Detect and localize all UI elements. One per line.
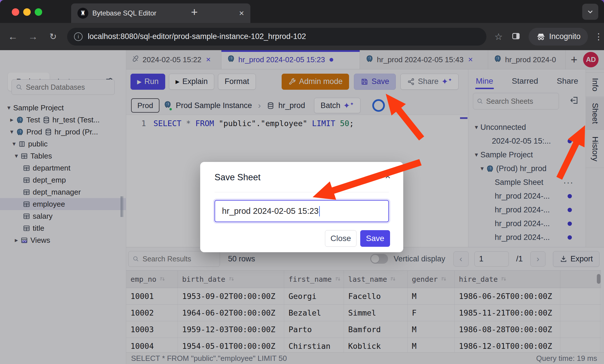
tree-item[interactable]: salary xyxy=(0,210,126,222)
browser-tab[interactable]: ♜ Bytebase SQL Editor × xyxy=(71,3,250,23)
sheet-list-item[interactable]: Sample Sheet··· xyxy=(468,175,586,189)
explain-button[interactable]: ▶ Explain xyxy=(169,74,214,90)
sheet-list-item[interactable]: hr_prod 2024-... xyxy=(468,217,586,230)
sidebar-resize-handle[interactable] xyxy=(121,196,124,217)
vertical-display-toggle[interactable] xyxy=(370,254,388,264)
database-search-input[interactable] xyxy=(25,83,110,92)
side-panel-icon[interactable] xyxy=(511,32,521,42)
caret-down-icon[interactable]: ▾ xyxy=(472,151,480,158)
caret-right-icon[interactable]: ▸ xyxy=(12,236,21,244)
sort-icon[interactable] xyxy=(159,276,166,283)
ai-assistant-icon[interactable] xyxy=(372,99,385,112)
caret-down-icon[interactable]: ▾ xyxy=(5,104,13,111)
editor-tab-close-icon[interactable]: × xyxy=(206,55,211,64)
browser-tab-close-icon[interactable]: × xyxy=(239,9,244,17)
column-header[interactable]: emp_no xyxy=(126,271,178,288)
environment-chip[interactable]: Prod xyxy=(131,98,159,113)
window-minimize-button[interactable] xyxy=(23,8,31,16)
tree-item[interactable]: dept_emp xyxy=(0,174,126,186)
reload-button[interactable]: ↻ xyxy=(45,32,61,42)
admin-mode-button[interactable]: Admin mode xyxy=(282,74,349,90)
more-actions-icon[interactable]: ··· xyxy=(563,177,574,187)
sheet-list-item[interactable]: ▾Unconnected xyxy=(468,120,586,134)
tree-item[interactable]: title xyxy=(0,222,126,234)
sheet-tab-starred[interactable]: Starred xyxy=(512,77,538,86)
sheet-list-item[interactable]: hr_prod 2024-... xyxy=(468,189,586,203)
format-button[interactable]: Format xyxy=(218,74,256,90)
save-button[interactable]: Save xyxy=(354,74,396,90)
forward-button[interactable]: → xyxy=(25,31,41,42)
side-tab-info[interactable]: Info xyxy=(586,73,604,97)
results-search-box[interactable] xyxy=(128,251,220,267)
editor-tab[interactable]: hr_prod 2024-02-05 15:43× xyxy=(360,50,488,69)
dialog-close-button[interactable]: Close xyxy=(325,230,356,247)
editor-tab[interactable]: hr_prod 2024-02-05 15:23 xyxy=(221,50,360,69)
caret-down-icon[interactable]: ▾ xyxy=(472,124,480,131)
window-maximize-button[interactable] xyxy=(35,8,42,16)
dialog-close-icon[interactable]: × xyxy=(385,171,391,182)
browser-menu-icon[interactable]: ⋮ xyxy=(594,32,603,42)
side-tab-sheet[interactable]: Sheet xyxy=(586,97,604,130)
column-header[interactable]: gender xyxy=(408,271,455,288)
results-search-input[interactable] xyxy=(142,255,216,263)
share-button[interactable]: Share ✦✦ xyxy=(400,74,459,90)
sheet-list-item[interactable]: ▾(Prod) hr_prod xyxy=(468,162,586,175)
back-button[interactable]: ← xyxy=(5,31,21,42)
tab-search-button[interactable] xyxy=(582,4,598,20)
dialog-save-button[interactable]: Save xyxy=(360,230,390,247)
site-info-icon[interactable]: i xyxy=(74,32,83,41)
caret-down-icon[interactable]: ▾ xyxy=(7,128,16,136)
caret-right-icon[interactable]: ▸ xyxy=(7,116,16,124)
sort-icon[interactable] xyxy=(228,276,235,283)
tree-item[interactable]: ▾Tables xyxy=(0,150,126,162)
sheet-list-item[interactable]: 2024-02-05 15:... xyxy=(468,134,586,148)
address-bar[interactable]: i localhost:8080/sql-editor/prod-sample-… xyxy=(67,28,486,46)
column-header[interactable]: first_name xyxy=(284,271,344,288)
tree-item[interactable]: ▾public xyxy=(0,138,126,150)
editor-tab[interactable]: 2024-02-05 15:22× xyxy=(126,50,221,69)
sort-icon[interactable] xyxy=(441,276,447,283)
caret-down-icon[interactable]: ▾ xyxy=(12,152,21,160)
caret-down-icon[interactable]: ▾ xyxy=(10,140,18,148)
editor-tab[interactable]: hr_prod 2024-0 xyxy=(488,50,566,69)
sort-icon[interactable] xyxy=(390,276,396,283)
user-avatar[interactable]: AD xyxy=(583,52,599,67)
new-browser-tab-button[interactable]: + xyxy=(191,6,198,18)
new-editor-tab-button[interactable]: + xyxy=(566,50,582,69)
tree-item[interactable]: employee xyxy=(0,198,126,210)
column-header[interactable]: birth_date xyxy=(178,271,284,288)
column-header[interactable]: hire_date xyxy=(455,271,560,288)
sheet-tab-share[interactable]: Share xyxy=(557,77,578,86)
batch-button[interactable]: Batch ✦✦ xyxy=(314,98,361,113)
run-button[interactable]: ▶ Run xyxy=(130,74,165,90)
sheet-search-input[interactable] xyxy=(486,97,555,106)
column-header[interactable]: last_name xyxy=(344,271,408,288)
tree-item[interactable]: ▾Prodhr_prod (Pr... xyxy=(0,126,126,138)
page-input[interactable] xyxy=(474,251,509,267)
caret-down-icon[interactable]: ▾ xyxy=(478,165,486,172)
tree-item[interactable]: ▸Testhr_test (Test... xyxy=(0,114,126,126)
side-tab-history[interactable]: History xyxy=(586,130,604,168)
tree-item[interactable]: department xyxy=(0,162,126,174)
tree-item[interactable]: dept_manager xyxy=(0,186,126,198)
sheet-list-item[interactable]: ▾Sample Project xyxy=(468,148,586,162)
prev-page-button[interactable]: ‹ xyxy=(453,251,469,267)
next-page-button[interactable]: › xyxy=(530,251,545,267)
sort-icon[interactable] xyxy=(500,276,507,283)
ai-sparkles-icon[interactable]: ✦✦ xyxy=(441,77,452,86)
instance-name[interactable]: Prod Sample Instance xyxy=(176,101,252,110)
editor-tab-close-icon[interactable]: × xyxy=(468,55,473,64)
tree-item[interactable]: ▾Sample Project xyxy=(0,102,126,114)
results-scrollbar[interactable] xyxy=(597,274,601,349)
sheet-tab-mine[interactable]: Mine xyxy=(476,77,493,86)
tree-item[interactable]: ▸Views xyxy=(0,234,126,246)
sheet-list-item[interactable]: hr_prod 2024-... xyxy=(468,203,586,217)
window-close-button[interactable] xyxy=(12,8,19,16)
export-button[interactable]: Export xyxy=(553,251,599,267)
import-sheet-icon[interactable] xyxy=(570,96,579,106)
sort-icon[interactable] xyxy=(335,276,341,283)
database-search-box[interactable] xyxy=(11,79,115,95)
sheet-list-item[interactable]: hr_prod 2024-... xyxy=(468,230,586,244)
sheet-name-input[interactable]: hr_prod 2024-02-05 15:23 xyxy=(215,200,389,222)
database-name[interactable]: hr_prod xyxy=(278,101,305,110)
